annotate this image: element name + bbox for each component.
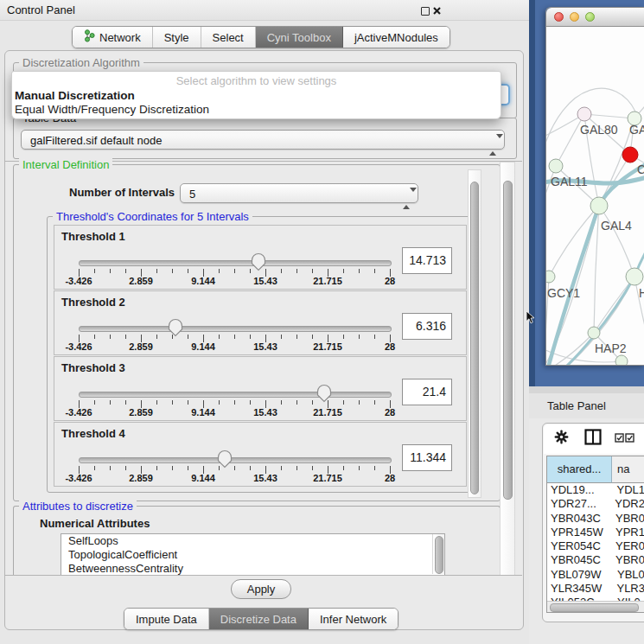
table-row[interactable]: YDR27...YDR2 bbox=[547, 497, 644, 511]
attribute-list-item[interactable]: BetweennessCentrality bbox=[61, 562, 444, 576]
slider-tick-labels: -3.4262.8599.14415.4321.71528 bbox=[54, 276, 466, 286]
table-cell[interactable]: YLR3 bbox=[610, 582, 644, 596]
network-node[interactable] bbox=[590, 197, 608, 214]
column-header-shared-name[interactable]: shared... bbox=[547, 456, 612, 483]
table-cell[interactable]: YDR2 bbox=[609, 497, 644, 511]
slider-track[interactable] bbox=[79, 457, 392, 463]
threshold-value-field[interactable]: 14.713 bbox=[402, 247, 452, 274]
settings-scrollbar[interactable] bbox=[500, 162, 515, 577]
network-node[interactable] bbox=[549, 159, 563, 173]
attributes-scrollbar[interactable] bbox=[432, 534, 444, 574]
tick-mark bbox=[188, 269, 188, 273]
table-row[interactable]: YBR045CYBR0 bbox=[547, 553, 644, 567]
network-node[interactable] bbox=[615, 355, 628, 365]
tick-mark bbox=[343, 400, 344, 405]
network-node[interactable] bbox=[577, 107, 591, 121]
tick-mark bbox=[250, 466, 251, 470]
tab-network[interactable]: Network bbox=[73, 27, 153, 48]
slider-track[interactable] bbox=[79, 260, 392, 266]
node-attribute-table: shared... na YDL19...YDL1YDR27...YDR2YBR… bbox=[546, 456, 644, 613]
interval-scrollbar-thumb[interactable] bbox=[470, 182, 479, 494]
dropdown-option-manual[interactable]: Manual Discretization bbox=[15, 89, 135, 102]
green-traffic-light[interactable] bbox=[585, 12, 595, 22]
network-window-titlebar[interactable] bbox=[546, 8, 644, 27]
checkbox-icon[interactable] bbox=[625, 432, 634, 445]
yellow-traffic-light[interactable] bbox=[570, 12, 579, 22]
attribute-items: SelfLoopsTopologicalCoefficientBetweenne… bbox=[61, 534, 444, 576]
network-node[interactable] bbox=[588, 327, 600, 339]
checkbox-icon[interactable] bbox=[615, 432, 624, 445]
axis-tick-label: 15.43 bbox=[253, 341, 277, 352]
close-icon[interactable] bbox=[432, 5, 442, 18]
tab-select[interactable]: Select bbox=[201, 27, 256, 48]
attribute-list-item[interactable]: SelfLoops bbox=[61, 534, 444, 548]
slider-track[interactable] bbox=[79, 326, 392, 332]
red-traffic-light[interactable] bbox=[554, 12, 564, 22]
table-cell[interactable]: YBR0 bbox=[609, 553, 644, 567]
table-row[interactable]: YDL19...YDL1 bbox=[547, 483, 644, 497]
table-hscrollbar-thumb[interactable] bbox=[550, 603, 639, 612]
split-columns-icon[interactable] bbox=[584, 429, 602, 448]
threshold-label: Threshold 4 bbox=[61, 427, 125, 440]
table-cell[interactable]: YER054C bbox=[547, 539, 609, 553]
tick-mark bbox=[188, 400, 188, 405]
tick-mark bbox=[281, 269, 282, 273]
table-cell[interactable]: YBR0 bbox=[609, 512, 644, 526]
attribute-list-item[interactable]: TopologicalCoefficient bbox=[61, 548, 444, 562]
network-node[interactable] bbox=[546, 271, 555, 283]
threshold-label: Threshold 1 bbox=[61, 230, 125, 243]
axis-tick-label: 28 bbox=[385, 341, 395, 352]
tab-impute-data[interactable]: Impute Data bbox=[124, 609, 209, 629]
column-header-name[interactable]: na bbox=[612, 456, 644, 483]
numerical-attributes-list[interactable]: SelfLoopsTopologicalCoefficientBetweenne… bbox=[61, 533, 445, 577]
tick-mark bbox=[94, 466, 95, 470]
tab-jactivemnodules[interactable]: jActiveMNodules bbox=[343, 27, 450, 48]
table-cell[interactable]: YBL0 bbox=[611, 568, 644, 582]
attributes-scrollbar-thumb[interactable] bbox=[435, 536, 443, 574]
threshold-value-field[interactable]: 11.344 bbox=[402, 444, 452, 471]
table-cell[interactable]: YPR1 bbox=[609, 526, 644, 539]
dropdown-option-equal-width[interactable]: Equal Width/Frequency Discretization bbox=[15, 103, 209, 116]
threshold-value-field[interactable]: 21.4 bbox=[402, 379, 452, 405]
axis-tick-label: 9.144 bbox=[191, 341, 215, 352]
table-cell[interactable]: YLR345W bbox=[547, 582, 610, 596]
settings-scrollbar-thumb[interactable] bbox=[503, 181, 513, 500]
number-of-intervals-select[interactable]: 5 bbox=[180, 183, 418, 203]
table-cell[interactable]: YDR27... bbox=[547, 497, 609, 511]
panel-title: Control Panel bbox=[7, 3, 75, 16]
table-row[interactable]: YPR145WYPR1 bbox=[547, 526, 644, 539]
float-window-icon[interactable] bbox=[421, 7, 430, 16]
network-node[interactable] bbox=[626, 268, 643, 285]
network-node[interactable] bbox=[622, 147, 638, 163]
algorithm-dropdown-popup: Select algorithm to view settings Manual… bbox=[11, 71, 501, 119]
table-cell[interactable]: YDL1 bbox=[610, 483, 644, 497]
tab-label: Impute Data bbox=[136, 613, 197, 626]
tab-infer-network[interactable]: Infer Network bbox=[309, 609, 398, 629]
table-cell[interactable]: YBL079W bbox=[547, 568, 611, 582]
tab-style[interactable]: Style bbox=[153, 27, 201, 48]
table-cell[interactable]: YBR043C bbox=[547, 512, 609, 526]
tick-mark bbox=[94, 269, 95, 273]
table-row[interactable]: YLR345WYLR3 bbox=[547, 582, 644, 596]
table-body: YDL19...YDL1YDR27...YDR2YBR043CYBR0YPR14… bbox=[547, 483, 644, 601]
table-cell[interactable]: YBR045C bbox=[547, 553, 609, 567]
tab-cyni-toolbox[interactable]: Cyni Toolbox bbox=[256, 27, 343, 48]
tab-discretize-data[interactable]: Discretize Data bbox=[209, 609, 309, 629]
table-data-select[interactable]: galFiltered.sif default node bbox=[21, 130, 505, 150]
axis-tick-label: 21.715 bbox=[313, 473, 342, 483]
interval-scrollbar[interactable] bbox=[468, 169, 481, 498]
table-cell[interactable]: YPR145W bbox=[547, 526, 609, 539]
table-row[interactable]: YER054CYER0 bbox=[547, 539, 644, 553]
tick-mark bbox=[343, 466, 344, 470]
table-row[interactable]: YBL079WYBL0 bbox=[547, 568, 644, 582]
gear-icon[interactable] bbox=[554, 430, 569, 447]
threshold-value-field[interactable]: 6.316 bbox=[402, 313, 452, 340]
panel-separator[interactable] bbox=[529, 386, 644, 393]
table-row[interactable]: YBR043CYBR0 bbox=[547, 512, 644, 526]
table-hscrollbar[interactable] bbox=[547, 601, 644, 612]
network-canvas[interactable]: GAL80GACGAL11GAL4GCY1HHAP2 bbox=[546, 27, 644, 365]
table-cell[interactable]: YER0 bbox=[609, 539, 644, 553]
apply-button[interactable]: Apply bbox=[231, 579, 291, 599]
slider-track[interactable] bbox=[79, 392, 392, 398]
table-cell[interactable]: YDL19... bbox=[547, 483, 610, 497]
